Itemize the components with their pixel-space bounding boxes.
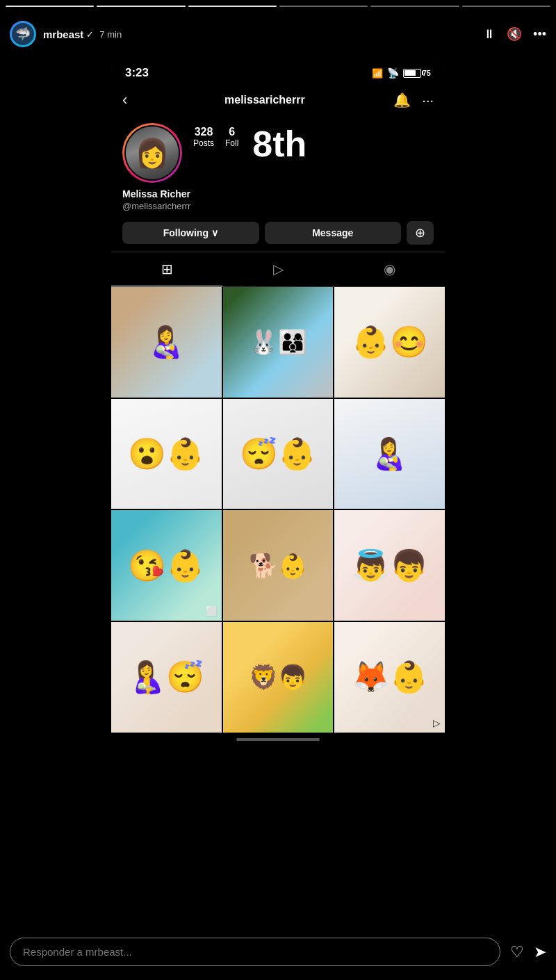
ig-profile-name-area: Melissa Richer @melissaricherrr	[111, 183, 445, 214]
heart-icon[interactable]: ♡	[510, 943, 524, 961]
ig-nav-icons: 🔔 ···	[393, 92, 434, 108]
progress-bars	[6, 6, 550, 7]
add-friend-button[interactable]: ⊕	[407, 221, 434, 245]
phone-frame: 3:23 📶 📡 75 ‹ melissaricherrr 🔔 ···	[111, 59, 445, 746]
tagged-icon: ◉	[384, 261, 395, 277]
pause-button[interactable]: ⏸	[483, 27, 496, 42]
ig-profile-stats: 328 Posts 6 Foll 8th	[193, 123, 434, 162]
story-avatar[interactable]: 🦈	[10, 21, 36, 47]
back-button[interactable]: ‹	[122, 91, 127, 109]
story-controls: ⏸ 🔇 •••	[483, 26, 546, 42]
more-options-button[interactable]: •••	[533, 27, 546, 42]
grid-photo-7[interactable]: 😘👶 ⬜	[111, 510, 222, 621]
story-header: 🦈 mrbeast ✓ 7 min ⏸ 🔇 •••	[0, 15, 556, 53]
avatar-inner	[124, 125, 180, 181]
followers-label: Foll	[225, 138, 238, 148]
tab-tagged[interactable]: ◉	[334, 252, 445, 286]
battery-fill	[404, 70, 416, 76]
verified-badge: ✓	[86, 29, 94, 40]
story-time: 7 min	[99, 29, 122, 40]
signal-icon: 📶	[372, 68, 383, 79]
posts-count: 328	[193, 126, 214, 138]
followers-stat: 6 Foll	[225, 126, 238, 148]
grid-icon: ⊞	[161, 261, 173, 277]
avatar-ring	[122, 123, 182, 183]
tab-grid[interactable]: ⊞	[111, 252, 222, 286]
ig-profile-section: 328 Posts 6 Foll 8th	[111, 116, 445, 183]
story-user-info: mrbeast ✓ 7 min	[43, 28, 483, 40]
ig-handle[interactable]: @melissaricherrr	[122, 201, 190, 211]
status-icons: 📶 📡 75	[372, 67, 431, 79]
grid-photo-8[interactable]: 🐕👶	[223, 510, 334, 621]
battery-icon: 75	[403, 69, 431, 78]
profile-avatar-wrapper[interactable]	[122, 123, 182, 183]
ig-scroll-indicator	[111, 733, 445, 746]
posts-stat: 328 Posts	[193, 126, 214, 148]
grid-photo-9[interactable]: 👼👦	[334, 510, 445, 621]
scroll-bar	[236, 738, 320, 741]
photo-overlay-7: ⬜	[206, 605, 218, 616]
following-button[interactable]: Following ∨	[122, 222, 259, 244]
progress-bar-6[interactable]	[462, 6, 550, 7]
reply-input[interactable]	[10, 938, 500, 966]
story-reply-icons: ♡ ➤	[510, 943, 546, 961]
grid-photo-11[interactable]: 🦁👦	[223, 622, 334, 733]
progress-bar-1[interactable]	[6, 6, 94, 7]
progress-bar-2[interactable]	[97, 6, 185, 7]
notification-bell-icon[interactable]: 🔔	[393, 92, 411, 108]
grid-photo-5[interactable]: 😴👶	[223, 399, 334, 509]
display-name: Melissa Richer	[122, 188, 190, 199]
more-options-icon[interactable]: ···	[422, 92, 434, 108]
battery-box	[403, 69, 421, 78]
status-time: 3:23	[125, 66, 149, 80]
ig-action-buttons: Following ∨ Message ⊕	[111, 214, 445, 252]
tab-reels[interactable]: ▷	[222, 252, 334, 286]
reels-icon: ▷	[273, 261, 284, 277]
send-icon[interactable]: ➤	[534, 943, 546, 961]
grid-photo-3[interactable]: 👶😊	[334, 287, 445, 398]
progress-bar-4[interactable]	[279, 6, 368, 7]
ig-profile-username-title: melissaricherrr	[136, 94, 393, 106]
avatar-icon: 🦈	[12, 23, 34, 45]
battery-percentage: 75	[423, 69, 431, 77]
progress-bar-5[interactable]	[370, 6, 459, 7]
story-reply-bar: ♡ ➤	[10, 938, 546, 966]
grid-photo-10[interactable]: 🤱😴	[111, 622, 222, 733]
story-username[interactable]: mrbeast	[43, 28, 83, 40]
phone-status-bar: 3:23 📶 📡 75	[111, 59, 445, 84]
grid-photo-12[interactable]: 🦊👶 ▷	[334, 622, 445, 733]
grid-photo-6[interactable]: 👩‍🍼	[334, 399, 445, 509]
eighth-badge: 8th	[252, 126, 306, 162]
ig-tab-bar: ⊞ ▷ ◉	[111, 252, 445, 287]
photo-overlay-12: ▷	[433, 717, 441, 728]
wifi-icon: 📡	[387, 67, 399, 79]
grid-photo-1[interactable]: 👩‍🍼	[111, 287, 222, 398]
avatar-photo	[126, 126, 179, 179]
grid-photo-4[interactable]: 😮👶	[111, 399, 222, 509]
grid-photo-2[interactable]: 🐰👨‍👩‍👦	[223, 287, 334, 398]
ig-top-nav: ‹ melissaricherrr 🔔 ···	[111, 84, 445, 116]
mute-button[interactable]: 🔇	[507, 26, 522, 42]
ig-content: ‹ melissaricherrr 🔔 ··· 328	[111, 84, 445, 746]
posts-label: Posts	[193, 138, 214, 148]
ig-stats-row: 328 Posts 6 Foll 8th	[193, 126, 434, 162]
followers-partial: 6	[225, 126, 238, 138]
message-button[interactable]: Message	[265, 222, 402, 244]
ig-photo-grid: 👩‍🍼 🐰👨‍👩‍👦 👶😊 😮👶 😴👶 👩‍🍼 😘👶 ⬜	[111, 287, 445, 733]
progress-bar-3[interactable]	[188, 6, 277, 7]
